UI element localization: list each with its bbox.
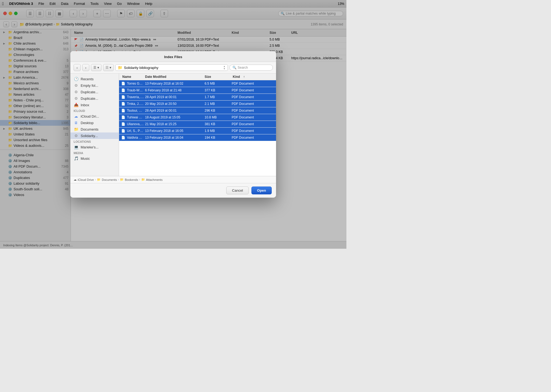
modal-sidebar-solidarity[interactable]: ⚙ Solidarity...: [70, 132, 119, 139]
modal-sidebar: 🕐 Recents ⚙ Empty fol... ⚙ Duplicate... …: [70, 74, 119, 176]
desktop-icon: 🖥: [74, 121, 78, 125]
modal-body: 🕐 Recents ⚙ Empty fol... ⚙ Duplicate... …: [70, 74, 276, 176]
file-size: 2.1 MB: [204, 102, 231, 106]
documents-folder-icon: 📁: [74, 127, 78, 131]
path-label: Documents: [102, 178, 117, 181]
modal-overlay: Index Files ‹ › ☰ ▾ ☷ ▾ 📁 Solidarity bib…: [0, 0, 346, 249]
modal-fwd-btn[interactable]: ›: [82, 64, 89, 71]
modal-list-view-btn[interactable]: ☰ ▾: [91, 64, 101, 71]
modal-file-row[interactable]: 📄Ulianova,...h 9118.pdf 21 May 2018 at 1…: [119, 121, 276, 128]
file-col-date: Date Modified: [144, 75, 204, 79]
modal-sidebar-duplicate1[interactable]: ⚙ Duplicate...: [70, 89, 119, 95]
modal-sidebar-duplicate2[interactable]: ⚙ Duplicate...: [70, 95, 119, 102]
file-kind: PDF Document: [231, 95, 274, 99]
modal-search-bar[interactable]: 🔍 Search: [229, 65, 273, 71]
path-separator: ›: [95, 178, 96, 181]
file-col-name: Name: [121, 75, 144, 79]
file-name: Traub-We...Social.pdf: [127, 88, 144, 92]
cancel-button[interactable]: Cancel: [226, 187, 248, 194]
modal-file-row[interactable]: 📄Torres Gu...e chile.pdf 13 February 201…: [119, 80, 276, 87]
modal-sidebar-inbox[interactable]: 📥 Inbox: [70, 102, 119, 108]
file-size: 1.9 MB: [204, 129, 231, 133]
index-files-dialog: Index Files ‹ › ☰ ▾ ☷ ▾ 📁 Solidarity bib…: [70, 51, 276, 198]
modal-file-row[interactable]: 📄Tsutsui, K...ents-.pdf 28 April 2019 at…: [119, 107, 276, 114]
file-name: Travería,...F 4556.pdf: [127, 95, 144, 99]
file-size: 296 KB: [204, 109, 231, 112]
modal-sidebar-label: Documents: [81, 127, 99, 131]
pdf-doc-icon: 📄: [121, 136, 125, 139]
file-size: 6.5 MB: [204, 82, 231, 85]
modal-sidebar-desktop[interactable]: 🖥 Desktop: [70, 119, 119, 126]
folder-path-icon: 📁: [97, 178, 101, 181]
modal-sidebar-section-media: Media: [70, 150, 119, 155]
modal-file-row[interactable]: 📄Valdivia O...i 9673.pdf 13 February 201…: [119, 134, 276, 141]
sort-arrow: ↑: [242, 75, 246, 79]
modal-location-field[interactable]: 📁 Solidarity bibliography ▲▼: [115, 64, 228, 71]
path-item-icloud[interactable]: ☁ iCloud Drive: [74, 178, 94, 181]
modal-sidebar-label: Duplicate...: [81, 90, 98, 94]
file-size: 194 KB: [204, 136, 231, 139]
file-name: Trnka, J....tin ame.pdf: [127, 102, 144, 106]
modal-file-row[interactable]: 📄Traub-We...Social.pdf 6 February 2018 a…: [119, 87, 276, 94]
pdf-doc-icon: 📄: [121, 88, 125, 92]
inbox-icon: 📥: [74, 103, 78, 107]
file-kind: PDF Document: [231, 109, 274, 112]
modal-filelist-body: 📄Torres Gu...e chile.pdf 13 February 201…: [119, 80, 276, 176]
grid-icon: ☷: [106, 66, 109, 69]
modal-sidebar-empty-fol[interactable]: ⚙ Empty fol...: [70, 82, 119, 89]
path-item-bookends[interactable]: 📁 Bookends: [120, 178, 138, 181]
modal-sidebar-music[interactable]: 🎵 Music: [70, 155, 119, 162]
modal-sidebar-icloud-drive[interactable]: ☁ iCloud Dri...: [70, 113, 119, 119]
modal-sidebar-label: Music: [81, 157, 90, 161]
modal-sidebar-label: Recents: [81, 77, 94, 81]
dropdown-icon: ▾: [110, 66, 111, 69]
search-icon: 🔍: [232, 66, 237, 69]
modal-sidebar-label: Inbox: [81, 103, 89, 107]
path-label: Attachments: [146, 178, 163, 181]
modal-file-row[interactable]: 📄Url, S., Pe...opular.pdf 13 February 20…: [119, 128, 276, 134]
file-col-size: Size: [204, 75, 231, 79]
path-label: iCloud Drive: [78, 178, 94, 181]
file-size: 381 KB: [204, 122, 231, 126]
modal-search-placeholder: Search: [238, 66, 248, 69]
modal-grid-view-btn[interactable]: ☷ ▾: [103, 64, 114, 71]
modal-sidebar-label: iCloud Dri...: [81, 114, 99, 118]
modal-sidebar-documents[interactable]: 📁 Documents: [70, 126, 119, 132]
pdf-doc-icon: 📄: [121, 82, 125, 85]
pdf-doc-icon: 📄: [121, 115, 125, 119]
file-date: 20 May 2019 at 20:50: [144, 102, 204, 106]
modal-sidebar-section-icloud: iCloud: [70, 108, 119, 113]
modal-title: Index Files: [70, 51, 276, 62]
modal-file-row[interactable]: 📄Trnka, J....tin ame.pdf 20 May 2019 at …: [119, 101, 276, 107]
gear-icon: ⚙: [74, 90, 78, 94]
modal-path: ☁ iCloud Drive › 📁 Documents › 📁 Bookend…: [70, 176, 276, 183]
file-kind: PDF Document: [231, 88, 274, 92]
modal-file-row[interactable]: 📄Tuhiwai S...s. Zed.pdf 18 August 2019 a…: [119, 114, 276, 121]
file-col-kind[interactable]: Kind ↑: [231, 75, 274, 79]
open-button[interactable]: Open: [251, 187, 272, 194]
modal-sidebar-label: Marieke's...: [81, 145, 99, 149]
path-item-documents[interactable]: 📁 Documents: [97, 178, 117, 181]
modal-filelist: Name Date Modified Size Kind ↑ 📄Torres G…: [119, 74, 276, 176]
modal-sidebar-recents[interactable]: 🕐 Recents: [70, 76, 119, 82]
file-name: Tuhiwai S...s. Zed.pdf: [127, 115, 144, 119]
modal-sidebar-marieke[interactable]: 💻 Marieke's...: [70, 144, 119, 150]
modal-file-row[interactable]: 📄Travería,...F 4556.pdf 28 April 2019 at…: [119, 94, 276, 101]
modal-sidebar-label: Empty fol...: [81, 84, 98, 88]
path-item-attachments[interactable]: 📁 Attachments: [141, 178, 163, 181]
file-kind: PDF Document: [231, 102, 274, 106]
cloud-icon: ☁: [74, 114, 78, 118]
modal-back-btn[interactable]: ‹: [74, 64, 81, 71]
folder-path-icon: 📁: [120, 178, 124, 181]
path-label: Bookends: [125, 178, 138, 181]
file-date: 28 April 2019 at 00:01: [144, 95, 204, 99]
pdf-doc-icon: 📄: [121, 109, 125, 112]
location-folder-icon: 📁: [118, 65, 122, 70]
location-stepper[interactable]: ▲▼: [223, 65, 225, 70]
file-date: 18 August 2019 at 15:05: [144, 115, 204, 119]
file-kind: PDF Document: [231, 129, 274, 133]
list-icon: ☰: [93, 66, 96, 69]
modal-sidebar-label: Duplicate...: [81, 97, 98, 101]
path-separator: ›: [118, 178, 119, 181]
file-date: 21 May 2018 at 15:25: [144, 122, 204, 126]
